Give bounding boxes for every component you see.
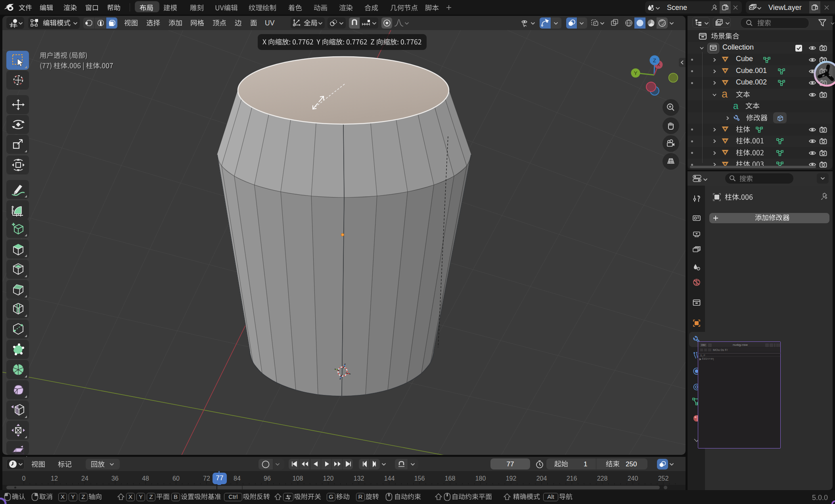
svg-text:Y: Y [634,70,638,76]
svg-text:Z: Z [653,57,656,63]
